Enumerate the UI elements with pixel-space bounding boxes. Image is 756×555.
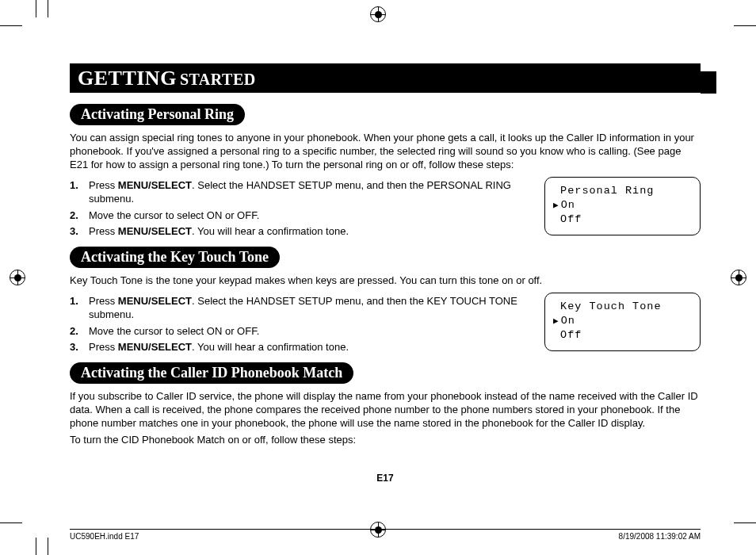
footer: UC590EH.indd E17 8/19/2008 11:39:02 AM bbox=[70, 529, 701, 541]
footer-timestamp: 8/19/2008 11:39:02 AM bbox=[619, 532, 701, 541]
crop-mark bbox=[36, 0, 36, 17]
step-text: Press MENU/SELECT. Select the HANDSET SE… bbox=[89, 294, 530, 322]
section-intro: You can assign special ring tones to any… bbox=[70, 132, 701, 172]
section-intro: Key Touch Tone is the tone your keypad m… bbox=[70, 274, 701, 288]
section-heading: Activating the Key Touch Tone bbox=[70, 247, 280, 268]
lcd-option: Off bbox=[553, 212, 692, 227]
crop-mark bbox=[734, 522, 756, 523]
footer-filename: UC590EH.indd E17 bbox=[70, 532, 139, 541]
page-number: E17 bbox=[70, 473, 701, 484]
registration-mark-icon bbox=[731, 270, 746, 285]
registration-mark-icon bbox=[370, 6, 386, 22]
step-text: Move the cursor to select ON or OFF. bbox=[89, 209, 530, 223]
page-edge-tab bbox=[701, 71, 716, 94]
section-intro-2: To turn the CID Phonebook Match on or of… bbox=[70, 434, 701, 447]
crop-mark bbox=[734, 25, 756, 26]
step-text: Press MENU/SELECT. You will hear a confi… bbox=[89, 340, 530, 354]
step-text: Move the cursor to select ON or OFF. bbox=[89, 324, 530, 339]
lcd-title: Personal Ring bbox=[553, 184, 692, 198]
lcd-option-selected: On bbox=[553, 198, 692, 212]
crop-mark bbox=[36, 538, 36, 555]
crop-mark bbox=[48, 538, 48, 555]
section-heading: Activating the Caller ID Phonebook Match bbox=[70, 362, 353, 384]
lcd-display: Key Touch Tone On Off bbox=[544, 293, 701, 352]
step-text: Press MENU/SELECT. Select the HANDSET SE… bbox=[89, 178, 530, 206]
lcd-display: Personal Ring On Off bbox=[544, 177, 701, 236]
lcd-option-selected: On bbox=[553, 314, 692, 328]
step-text: Press MENU/SELECT. You will hear a confi… bbox=[89, 224, 530, 239]
lcd-option: Off bbox=[553, 328, 692, 343]
section-heading: Activating Personal Ring bbox=[70, 104, 245, 125]
crop-mark bbox=[48, 0, 48, 17]
crop-mark bbox=[0, 25, 22, 26]
lcd-title: Key Touch Tone bbox=[553, 300, 692, 314]
page-content: GETTING STARTED Activating Personal Ring… bbox=[70, 63, 701, 500]
steps-list: 1.Press MENU/SELECT. Select the HANDSET … bbox=[70, 178, 530, 239]
chapter-title-bar: GETTING STARTED bbox=[70, 63, 701, 93]
section-intro: If you subscribe to Caller ID service, t… bbox=[70, 390, 701, 431]
title-part1: GETTING bbox=[78, 67, 177, 90]
crop-mark bbox=[0, 522, 22, 523]
steps-list: 1.Press MENU/SELECT. Select the HANDSET … bbox=[70, 294, 530, 354]
title-part2: STARTED bbox=[180, 71, 256, 88]
registration-mark-icon bbox=[10, 270, 25, 285]
